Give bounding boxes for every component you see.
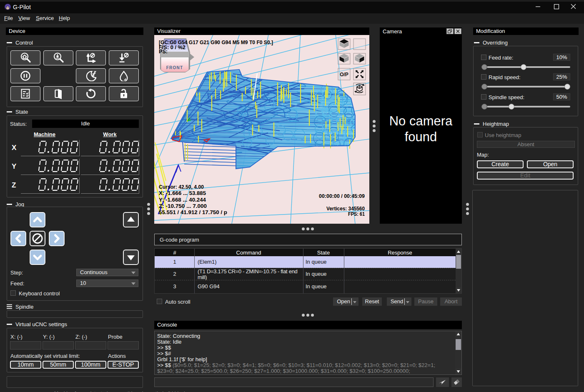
svg-text:X: -1.666 ... 53.885: X: -1.666 ... 53.885 bbox=[159, 190, 206, 196]
svg-text:00:00:00 / 00:45:09: 00:00:00 / 00:45:09 bbox=[319, 193, 365, 199]
svg-text:FPS: 61: FPS: 61 bbox=[348, 211, 365, 217]
svg-text:Z: -10.750 ... 7.000: Z: -10.750 ... 7.000 bbox=[159, 203, 207, 209]
svg-text:55.551 / 41.912 / 17.750 / p: 55.551 / 41.912 / 17.750 / p bbox=[159, 209, 227, 215]
svg-text:Cursor: 42.50, 4.00: Cursor: 42.50, 4.00 bbox=[159, 184, 204, 190]
svg-text:PS:: PS: bbox=[159, 48, 168, 55]
svg-text:FRONT: FRONT bbox=[166, 65, 183, 70]
svg-text:O/P: O/P bbox=[340, 72, 348, 77]
svg-text:Y: -1.668 ... 40.244: Y: -1.668 ... 40.244 bbox=[159, 197, 206, 203]
